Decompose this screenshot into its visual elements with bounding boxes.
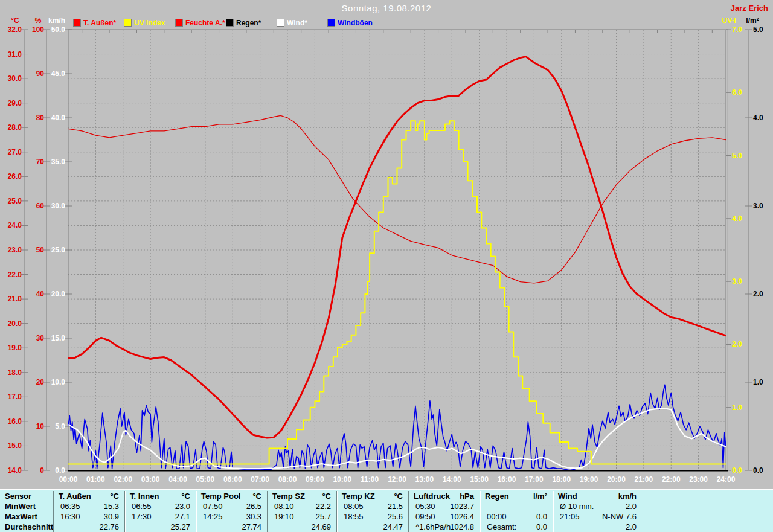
cell-name: T. Außen [59, 491, 91, 501]
cell-avg_value: 25.27 [170, 522, 190, 532]
table-min-row [480, 501, 553, 511]
axis-tick-label-temp: 28.0 [8, 123, 22, 132]
table-col-luftdruck: LuftdruckhPa05:301023.709:501026.4^1.6hP… [408, 491, 480, 532]
table-max-row: 21:05N-NW 7.6 [553, 511, 643, 522]
cell-avg_label: Gesamt: [487, 522, 516, 532]
x-tick-label: 06:00 [223, 475, 242, 484]
table-min-row: 06:3515.3 [54, 501, 125, 511]
axis-tick-label-kmh: 20.0 [51, 290, 66, 298]
cell-max_value: 25.7 [316, 511, 331, 522]
cell-name: T. Innen [130, 491, 159, 501]
axis-tick-label-temp: 21.0 [8, 295, 22, 303]
table-max-row: 09:501026.4 [409, 511, 480, 522]
table-col-temp-pool: Temp Pool°C07:5026.514:2530.327.74 [196, 491, 268, 532]
axis-tick-label-kmh: 5.0 [55, 422, 65, 431]
table-col-t-au-en: T. Außen°C06:3515.316:3030.922.76 [53, 491, 125, 532]
axis-tick-label-temp: 27.0 [8, 148, 22, 156]
axis-tick-label-uv: 5.0 [732, 152, 742, 160]
x-tick-label: 07:00 [251, 475, 269, 484]
axis-tick-label-temp: 14.0 [8, 466, 22, 475]
axis-tick-label-percent: 80 [36, 114, 45, 122]
x-tick-label: 21:00 [635, 475, 653, 484]
axis-unit-rain: l/m² [746, 16, 759, 25]
table-col-header: T. Außen°C [54, 491, 125, 501]
table-avg-row: 25.27 [125, 522, 196, 532]
cell-name: Temp Pool [201, 491, 240, 501]
x-tick-label: 19:00 [580, 475, 598, 484]
axis-tick-label-temp: 19.0 [8, 344, 22, 352]
axis-tick-label-temp: 17.0 [8, 393, 22, 401]
table-avg-row: 2.0 [553, 522, 643, 532]
cell-max_time: 16:30 [60, 511, 80, 522]
x-tick-label: 02:00 [114, 475, 132, 484]
axis-tick-label-temp: 15.0 [8, 441, 22, 450]
cell-max_value: 0.0 [536, 511, 547, 522]
table-col-temp-kz: Temp KZ°C08:0521.518:5525.624.47 [336, 491, 409, 532]
axis-tick-label-uv: 1.0 [732, 403, 742, 412]
cell-avg_value: 1024.8 [450, 522, 474, 532]
axis-tick-label-percent: 50 [36, 246, 45, 254]
cell-max_time: 17:30 [132, 511, 152, 522]
cell-name: Luftdruck [414, 491, 450, 501]
cell-max_value: 30.9 [104, 511, 119, 522]
cell-min_value: 1023.7 [450, 501, 474, 511]
x-tick-label: 10:00 [333, 475, 351, 484]
table-max-row: 17:3027.1 [125, 511, 196, 522]
table-max-row: 19:1025.7 [268, 511, 337, 522]
cell-max_time: 09:50 [415, 511, 435, 522]
table-avg-row: Gesamt:0.0 [480, 522, 553, 532]
axis-tick-label-uv: 4.0 [732, 214, 742, 223]
axis-tick-label-uv: 2.0 [732, 340, 742, 348]
row-label-maxwert: MaxWert [0, 511, 53, 522]
summary-table: Sensor MinWert MaxWert Durchschnitt T. A… [0, 489, 773, 532]
cell-min_time: 06:55 [132, 501, 152, 511]
cell-max_time: 18:55 [344, 511, 364, 522]
axis-tick-label-kmh: 35.0 [51, 158, 66, 166]
table-avg-row: 22.76 [54, 522, 125, 532]
row-label-durchschnitt: Durchschnitt [0, 522, 53, 532]
cell-min_value: 15.3 [104, 501, 119, 511]
cell-avg_value: 2.0 [626, 522, 637, 532]
table-max-row: 18:5525.6 [337, 511, 409, 522]
table-min-row: 05:301023.7 [409, 501, 480, 511]
series-windb-en [68, 385, 726, 469]
axis-tick-label-temp: 20.0 [8, 319, 22, 328]
weather-chart: 32.031.030.029.028.027.026.025.024.023.0… [0, 0, 773, 489]
x-tick-label: 20:00 [607, 475, 626, 484]
axis-tick-label-temp: 31.0 [8, 50, 22, 59]
axis-tick-label-kmh: 30.0 [51, 202, 66, 210]
table-max-row: 16:3030.9 [54, 511, 125, 522]
table-avg-row: 24.47 [337, 522, 409, 532]
axis-tick-label-rain: 3.0 [753, 202, 763, 210]
axis-unit-percent: % [35, 16, 42, 25]
axis-tick-label-temp: 24.0 [8, 221, 22, 229]
table-min-row: 08:0521.5 [337, 501, 409, 511]
cell-max_value: 27.1 [175, 511, 190, 522]
cell-max_time: 00:00 [487, 511, 507, 522]
x-tick-label: 13:00 [415, 475, 434, 484]
cell-max_value: 30.3 [246, 511, 261, 522]
axis-tick-label-kmh: 0.0 [55, 466, 65, 475]
cell-unit: °C [252, 491, 261, 501]
axis-tick-label-percent: 90 [36, 69, 45, 78]
table-col-header: Temp SZ°C [268, 491, 337, 501]
cell-min_value: 2.0 [626, 501, 637, 511]
axis-tick-label-kmh: 50.0 [51, 25, 66, 34]
cell-min_time: 08:05 [344, 501, 364, 511]
x-tick-label: 05:00 [196, 475, 215, 484]
axis-tick-label-uv: 6.0 [732, 88, 742, 97]
chart-panel: Sonntag, 19.08.2012 Jarz Erich T. Außen*… [0, 0, 773, 489]
table-min-row: Ø 10 min.2.0 [553, 501, 643, 511]
axis-tick-label-kmh: 45.0 [51, 69, 66, 78]
axis-tick-label-percent: 100 [32, 25, 44, 34]
axis-tick-label-percent: 40 [36, 290, 45, 298]
cell-max_value: 1026.4 [450, 511, 474, 522]
axis-tick-label-kmh: 10.0 [51, 378, 66, 386]
cell-max_time: 21:05 [560, 511, 580, 522]
axis-tick-label-rain: 1.0 [753, 378, 763, 386]
axis-unit-temp: °C [11, 16, 19, 25]
cell-avg_value: 27.74 [242, 522, 261, 532]
weather-app-window: Sonntag, 19.08.2012 Jarz Erich T. Außen*… [0, 0, 773, 532]
axis-tick-label-percent: 20 [36, 378, 45, 386]
cell-min_time: 08:10 [274, 501, 294, 511]
